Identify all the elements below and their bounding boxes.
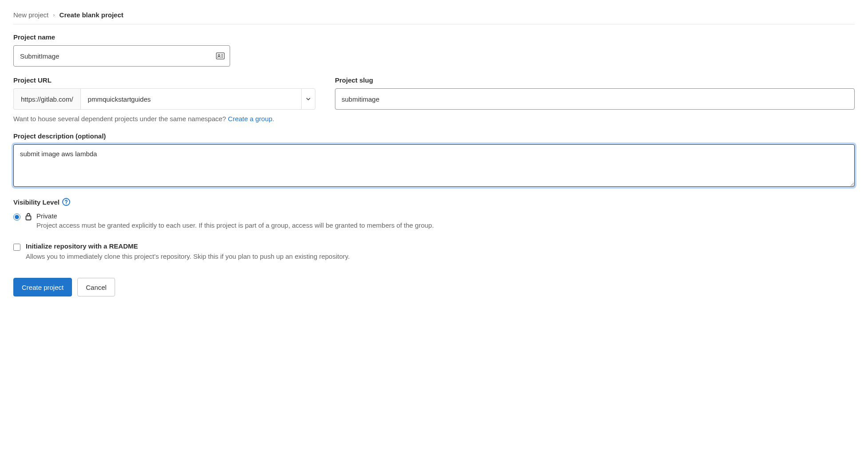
form-actions: Create project Cancel (13, 278, 855, 296)
namespace-helper-text: Want to house several dependent projects… (13, 115, 855, 122)
namespace-dropdown-button[interactable] (301, 88, 315, 110)
svg-point-1 (218, 55, 220, 56)
cancel-button[interactable]: Cancel (77, 278, 115, 296)
initialize-readme-title: Initialize repository with a README (26, 242, 855, 250)
namespace-select-value[interactable]: pmmquickstartguides (80, 88, 301, 110)
visibility-private-title: Private (36, 212, 855, 220)
project-slug-label: Project slug (335, 76, 855, 84)
contact-card-icon (216, 52, 225, 59)
visibility-label: Visibility Level (13, 198, 60, 206)
help-icon[interactable] (62, 198, 70, 206)
svg-rect-7 (26, 216, 31, 220)
initialize-readme-checkbox[interactable] (13, 244, 20, 251)
project-name-section: Project name (13, 33, 855, 67)
visibility-section: Visibility Level Private Project access … (13, 198, 855, 261)
create-group-link[interactable]: Create a group. (228, 115, 274, 122)
project-description-input[interactable]: submit image aws lambda (13, 144, 855, 187)
svg-point-6 (66, 203, 67, 204)
project-url-section: Project URL https://gitlab.com/ pmmquick… (13, 76, 855, 122)
project-name-input[interactable] (13, 45, 230, 67)
initialize-readme-desc: Allows you to immediately clone this pro… (26, 252, 855, 261)
breadcrumb-separator: › (53, 12, 55, 18)
visibility-private-desc: Project access must be granted explicitl… (36, 221, 855, 230)
project-description-section: Project description (optional) submit im… (13, 132, 855, 188)
svg-rect-0 (216, 53, 224, 59)
visibility-private-radio[interactable] (13, 213, 20, 221)
breadcrumb-parent[interactable]: New project (13, 11, 48, 19)
breadcrumb-current: Create blank project (60, 11, 123, 19)
project-name-label: Project name (13, 33, 855, 41)
lock-icon (25, 213, 32, 221)
chevron-down-icon (306, 98, 311, 100)
project-description-label: Project description (optional) (13, 132, 855, 140)
url-prefix: https://gitlab.com/ (13, 88, 80, 110)
create-project-button[interactable]: Create project (13, 278, 72, 296)
project-url-label: Project URL (13, 76, 315, 84)
project-slug-input[interactable] (335, 88, 855, 110)
breadcrumb: New project › Create blank project (13, 11, 855, 24)
